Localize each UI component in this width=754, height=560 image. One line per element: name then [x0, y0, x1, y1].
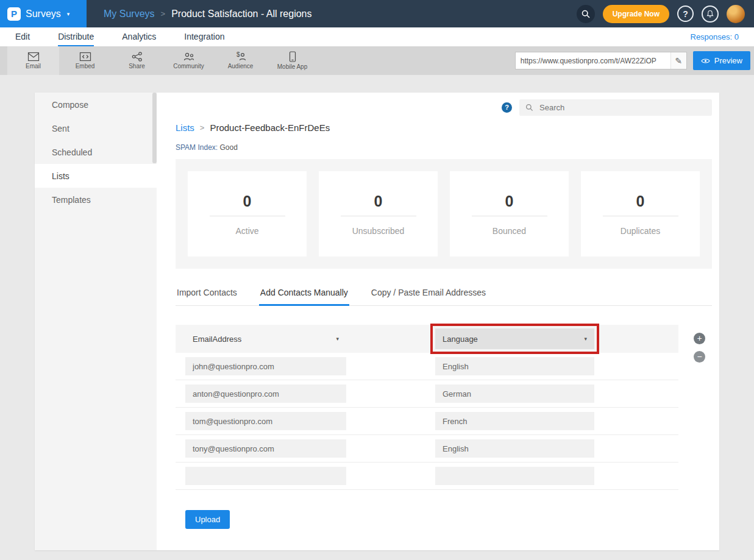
stat-label: Active	[235, 226, 258, 236]
tab-copy-paste-email-addresses[interactable]: Copy / Paste Email Addresses	[370, 284, 487, 306]
email-field[interactable]	[185, 412, 346, 430]
stat-card-duplicates: 0 Duplicates	[581, 171, 700, 257]
product-menu[interactable]: P Surveys ▾	[0, 0, 87, 27]
audience-icon: $	[235, 52, 247, 62]
product-menu-label: Surveys	[26, 9, 61, 19]
email-field[interactable]	[185, 385, 346, 403]
remove-column-button[interactable]: −	[694, 351, 705, 363]
breadcrumb-separator: >	[200, 123, 205, 132]
list-breadcrumb: Lists > Product-Feedback-EnFrDeEs	[176, 122, 712, 133]
email-field[interactable]	[185, 467, 346, 485]
toolbar-right: ✎ Preview	[515, 46, 754, 75]
tab-analytics[interactable]: Analytics	[122, 27, 156, 46]
spam-index: SPAM Index: Good	[176, 143, 712, 152]
tab-distribute[interactable]: Distribute	[58, 27, 94, 46]
dropdown-selected: EmailAddress	[193, 335, 241, 344]
column-type-dropdown-email[interactable]: EmailAddress ▾	[185, 328, 346, 349]
breadcrumb-lists-link[interactable]: Lists	[176, 122, 194, 133]
stat-card-unsubscribed: 0 Unsubscribed	[319, 171, 438, 257]
sidebar-item-sent[interactable]: Sent	[35, 116, 157, 140]
stat-value: 0	[636, 193, 645, 210]
row-controls: + −	[688, 325, 712, 529]
stat-value: 0	[505, 193, 514, 210]
sidebar-item-scheduled[interactable]: Scheduled	[35, 140, 157, 164]
global-search-button[interactable]	[577, 5, 595, 23]
breadcrumb-separator: >	[161, 9, 166, 18]
notifications-button[interactable]	[702, 5, 719, 23]
spam-index-label: SPAM Index:	[176, 143, 218, 152]
help-button[interactable]: ?	[677, 5, 694, 22]
search-input[interactable]	[538, 102, 706, 113]
distribute-toolbar: Email Embed Share Community $	[0, 46, 754, 75]
list-search-box	[519, 99, 712, 116]
stat-label: Unsubscribed	[352, 226, 405, 236]
stat-value: 0	[243, 193, 252, 210]
tab-edit[interactable]: Edit	[15, 27, 30, 46]
divider	[341, 216, 416, 216]
toolbar-item-mobile-app[interactable]: Mobile App	[266, 46, 318, 75]
spam-index-value: Good	[219, 143, 237, 152]
toolbar-item-embed[interactable]: Embed	[59, 46, 111, 75]
language-field[interactable]	[435, 357, 594, 375]
email-field[interactable]	[185, 439, 346, 458]
search-icon	[581, 9, 591, 19]
survey-url-input[interactable]	[516, 57, 670, 65]
list-stats: 0 Active 0 Unsubscribed 0 Bounced 0 Dupl…	[176, 159, 712, 269]
sidebar-item-compose[interactable]: Compose	[35, 93, 157, 116]
survey-nav: Edit Distribute Analytics Integration Re…	[0, 27, 754, 46]
contacts-table: EmailAddress ▾ Language ▾	[176, 325, 678, 529]
email-panel: Compose Sent Scheduled Lists Templates ?…	[35, 93, 719, 550]
svg-text:$: $	[237, 52, 240, 58]
pencil-icon: ✎	[675, 56, 682, 66]
contextual-help-button[interactable]: ?	[502, 102, 512, 113]
annotation-highlight: Language ▾	[430, 324, 599, 354]
chevron-down-icon: ▾	[67, 11, 70, 17]
contact-row	[176, 380, 678, 408]
breadcrumb: My Surveys > Product Satisfaction - All …	[104, 9, 312, 19]
chevron-down-icon: ▾	[584, 336, 587, 342]
tab-import-contacts[interactable]: Import Contacts	[176, 284, 238, 306]
email-field[interactable]	[185, 357, 346, 375]
language-field[interactable]	[435, 467, 594, 485]
toolbar-item-audience[interactable]: $ Audience	[215, 46, 266, 75]
add-contacts-form: EmailAddress ▾ Language ▾	[176, 325, 712, 529]
toolbar-item-label: Email	[26, 63, 41, 69]
sidebar-scrollbar[interactable]	[152, 93, 157, 163]
responses-count[interactable]: Responses: 0	[691, 27, 739, 46]
toolbar-item-label: Embed	[76, 63, 95, 69]
user-avatar[interactable]	[727, 5, 745, 23]
dropdown-selected: Language	[443, 335, 478, 344]
language-field[interactable]	[435, 385, 594, 403]
toolbar-item-label: Mobile App	[277, 63, 307, 70]
stat-value: 0	[374, 193, 383, 210]
questionpro-logo-icon: P	[7, 7, 21, 21]
edit-url-button[interactable]: ✎	[670, 52, 686, 69]
contact-row	[176, 463, 678, 490]
breadcrumb-my-surveys[interactable]: My Surveys	[104, 9, 155, 19]
stat-card-active: 0 Active	[188, 171, 307, 257]
language-field[interactable]	[435, 412, 594, 430]
community-icon	[183, 52, 195, 62]
language-field[interactable]	[435, 439, 594, 458]
preview-button[interactable]: Preview	[693, 51, 750, 70]
upload-button[interactable]: Upload	[185, 510, 230, 529]
contacts-tabs: Import Contacts Add Contacts Manually Co…	[176, 284, 712, 306]
utility-row: ?	[176, 99, 712, 116]
add-column-button[interactable]: +	[694, 333, 705, 344]
contact-row	[176, 353, 678, 380]
stat-label: Duplicates	[621, 226, 660, 236]
toolbar-item-community[interactable]: Community	[163, 46, 215, 75]
column-type-dropdown-language[interactable]: Language ▾	[435, 328, 594, 349]
chevron-down-icon: ▾	[336, 336, 339, 342]
toolbar-item-email[interactable]: Email	[7, 46, 59, 75]
preview-label: Preview	[714, 56, 742, 65]
stat-label: Bounced	[493, 226, 526, 236]
top-header: P Surveys ▾ My Surveys > Product Satisfa…	[0, 0, 754, 27]
tab-add-contacts-manually[interactable]: Add Contacts Manually	[259, 284, 349, 306]
tab-integration[interactable]: Integration	[184, 27, 224, 46]
toolbar-item-share[interactable]: Share	[111, 46, 163, 75]
upgrade-now-button[interactable]: Upgrade Now	[603, 5, 669, 23]
sidebar-item-lists[interactable]: Lists	[35, 164, 157, 188]
sidebar-item-templates[interactable]: Templates	[35, 188, 157, 211]
email-sidebar: Compose Sent Scheduled Lists Templates	[35, 93, 157, 550]
